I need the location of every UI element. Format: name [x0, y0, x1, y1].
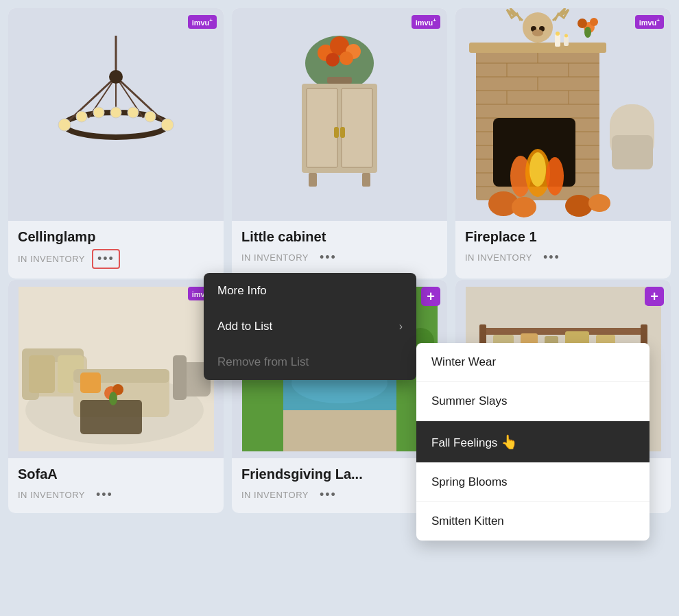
svg-point-63: [577, 19, 587, 28]
card-title-little-cabinet: Little cabinet: [241, 229, 438, 245]
submenu-item-winter-wear[interactable]: Winter Wear: [416, 343, 650, 382]
svg-rect-23: [307, 88, 337, 167]
menu-item-remove-from-list[interactable]: Remove from List: [204, 344, 416, 380]
menu-item-more-info[interactable]: More Info: [204, 273, 416, 309]
svg-point-14: [109, 70, 123, 84]
card-title-friendsgiving: Friendsgiving La...: [241, 466, 438, 482]
card-title-fireplace: Fireplace 1: [465, 229, 661, 245]
card-image-sofaa: imvu+: [8, 280, 224, 458]
svg-rect-28: [362, 173, 370, 187]
card-info-fireplace: Fireplace 1 IN INVENTORY •••: [455, 221, 671, 276]
svg-point-19: [326, 53, 340, 67]
svg-point-64: [590, 18, 598, 26]
more-options-friendsgiving[interactable]: •••: [315, 486, 341, 504]
svg-rect-85: [173, 355, 187, 400]
card-title-cellinglamp: Cellinglamp: [18, 229, 214, 245]
svg-point-61: [588, 194, 610, 212]
card-sofaa: imvu+: [8, 280, 224, 513]
imvu-badge-3: imvu+: [635, 15, 664, 29]
submenu-add-to-list: Winter Wear Summer Slays Fall Feelings 👆…: [416, 343, 650, 541]
svg-point-60: [565, 195, 593, 217]
status-row-little-cabinet: IN INVENTORY •••: [241, 249, 438, 266]
imvu-badge-friendsgiving: +: [421, 287, 440, 306]
imvu-badge-2: imvu+: [412, 15, 440, 29]
svg-point-11: [128, 107, 139, 118]
status-row-fireplace: IN INVENTORY •••: [465, 249, 661, 266]
more-options-little-cabinet[interactable]: •••: [315, 249, 341, 266]
svg-rect-26: [340, 127, 345, 138]
status-row-cellinglamp: IN INVENTORY •••: [18, 249, 214, 269]
inventory-status-sofaa: IN INVENTORY: [18, 490, 85, 500]
svg-point-12: [145, 111, 156, 122]
svg-line-2: [64, 77, 116, 125]
more-options-cellinglamp[interactable]: •••: [92, 249, 120, 269]
submenu-item-summer-slays[interactable]: Summer Slays: [416, 382, 650, 421]
svg-rect-57: [612, 135, 653, 169]
svg-rect-75: [29, 355, 55, 393]
svg-rect-24: [342, 88, 372, 167]
card-image-fireplace: imvu+: [455, 8, 671, 221]
card-title-sofaa: SofaA: [18, 466, 214, 482]
submenu-item-spring-blooms[interactable]: Spring Blooms: [416, 463, 650, 502]
svg-point-69: [564, 34, 568, 38]
svg-point-65: [584, 27, 591, 38]
menu-item-add-to-list[interactable]: Add to List › Winter Wear Summer Slays F…: [204, 309, 416, 344]
svg-rect-98: [479, 328, 647, 335]
svg-rect-67: [564, 36, 569, 46]
card-image-cellinglamp: imvu+: [8, 8, 224, 221]
svg-point-59: [512, 197, 536, 217]
card-info-cellinglamp: Cellinglamp IN INVENTORY •••: [8, 221, 224, 279]
card-info-friendsgiving: Friendsgiving La... IN INVENTORY •••: [232, 458, 447, 513]
inventory-status-cellinglamp: IN INVENTORY: [18, 254, 85, 264]
status-row-friendsgiving: IN INVENTORY •••: [241, 486, 438, 504]
svg-line-6: [116, 77, 167, 125]
svg-rect-25: [334, 127, 339, 138]
card-info-little-cabinet: Little cabinet IN INVENTORY •••: [232, 221, 447, 276]
svg-point-49: [546, 157, 564, 196]
svg-point-8: [76, 111, 87, 122]
svg-rect-79: [80, 372, 101, 393]
card-fireplace: imvu+: [455, 8, 671, 279]
more-options-fireplace[interactable]: •••: [539, 249, 564, 266]
svg-point-7: [58, 119, 71, 131]
svg-rect-27: [309, 173, 317, 187]
svg-point-20: [340, 51, 353, 65]
svg-point-55: [532, 29, 543, 36]
submenu-item-smitten-kitten[interactable]: Smitten Kitten: [416, 502, 650, 541]
svg-point-83: [109, 392, 117, 405]
context-menu: More Info Add to List › Winter Wear Summ…: [204, 273, 416, 380]
status-row-sofaa: IN INVENTORY •••: [18, 486, 214, 504]
svg-point-52: [523, 12, 553, 43]
svg-point-50: [529, 152, 546, 187]
card-cellinglamp: imvu+: [8, 8, 224, 279]
svg-rect-80: [80, 400, 142, 434]
more-options-sofaa[interactable]: •••: [92, 486, 117, 504]
svg-rect-21: [327, 77, 352, 84]
submenu-item-fall-feelings[interactable]: Fall Feelings 👆: [416, 421, 650, 463]
cursor-icon: 👆: [501, 434, 518, 449]
svg-point-10: [110, 107, 121, 118]
card-info-sofaa: SofaA IN INVENTORY •••: [8, 458, 224, 513]
imvu-badge-wood-stall: +: [645, 287, 664, 306]
svg-point-13: [161, 119, 174, 131]
product-grid-row1: imvu+: [0, 0, 679, 287]
card-little-cabinet: imvu+: [232, 8, 447, 279]
inventory-status-fireplace: IN INVENTORY: [465, 252, 532, 263]
inventory-status-friendsgiving: IN INVENTORY: [241, 490, 309, 500]
svg-rect-51: [469, 43, 606, 53]
inventory-status-little-cabinet: IN INVENTORY: [241, 252, 309, 263]
imvu-badge: imvu+: [188, 15, 217, 29]
svg-point-68: [556, 32, 560, 36]
svg-point-9: [93, 107, 104, 118]
svg-rect-66: [555, 34, 560, 47]
submenu-chevron-icon: ›: [399, 320, 403, 333]
card-image-little-cabinet: imvu+: [232, 8, 447, 221]
